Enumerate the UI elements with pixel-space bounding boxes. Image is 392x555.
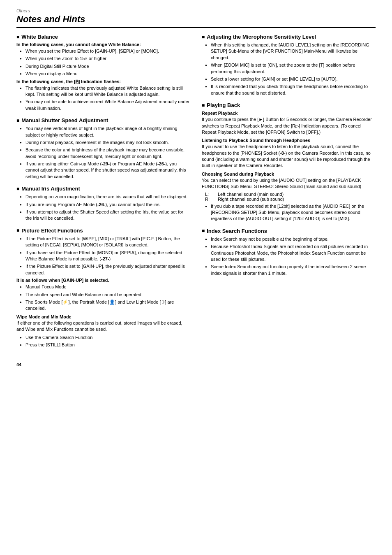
white-balance-bold-2: In the following cases, the [⎘] Indicati… bbox=[16, 79, 190, 84]
picture-effect-list-2: Manual Focus Mode The shutter speed and … bbox=[16, 284, 190, 312]
page-title: Notes and Hints bbox=[16, 14, 376, 28]
list-item: If you are using Program AE Mode (-26-),… bbox=[20, 202, 190, 208]
picture-effect-list-1: If the Picture Effect is set to [WIPE], … bbox=[16, 236, 190, 276]
choosing-sound-text: You can select the sound by using the [A… bbox=[202, 177, 376, 190]
channel-label-r: R: bbox=[205, 197, 218, 202]
list-item: You may see vertical lines of light in t… bbox=[20, 125, 190, 138]
list-item: It is recommended that you check through… bbox=[205, 84, 376, 96]
list-item: If the Picture Effect is set to [GAIN-UP… bbox=[20, 263, 190, 276]
left-column: White Balance In the following cases, yo… bbox=[16, 34, 190, 354]
list-item: When [ZOOM MIC] is set to [ON], set the … bbox=[205, 62, 376, 75]
microphone-list: When this setting is changed, the [AUDIO… bbox=[202, 42, 376, 96]
section-title-microphone: Adjusting the Microphone Sensitivity Lev… bbox=[202, 34, 376, 40]
right-column: Adjusting the Microphone Sensitivity Lev… bbox=[202, 34, 376, 354]
section-manual-iris: Manual Iris Adjustment Depending on zoom… bbox=[16, 186, 190, 222]
list-item: Because Photoshot Index Signals are not … bbox=[205, 244, 376, 262]
repeat-playback-text: If you continue to press the [►] Button … bbox=[202, 116, 376, 135]
list-item: If you attempt to adjust the Shutter Spe… bbox=[20, 209, 190, 222]
list-item: During normal playback, movement in the … bbox=[20, 139, 190, 146]
white-balance-bold-1: In the following cases, you cannot chang… bbox=[16, 42, 190, 47]
section-title-manual-iris: Manual Iris Adjustment bbox=[16, 186, 190, 192]
wipe-mode-text: If either one of the following operation… bbox=[16, 320, 190, 333]
playback-list: If you dub a tape recorded at the [12bit… bbox=[202, 203, 376, 222]
channel-label-l: L: bbox=[205, 192, 218, 197]
index-search-list: Index Search may not be possible at the … bbox=[202, 236, 376, 276]
section-index-search: Index Search Functions Index Search may … bbox=[202, 228, 376, 276]
gain-up-bold: It is as follows when [GAIN-UP] is selec… bbox=[16, 278, 190, 283]
list-item: Depending on zoom magnification, there a… bbox=[20, 194, 190, 200]
choosing-sound-title: Choosing Sound during Playback bbox=[202, 172, 376, 176]
white-balance-list-1: When you set the Picture Effect to [GAIN… bbox=[16, 48, 190, 77]
list-item: Press the [STILL] Button bbox=[20, 342, 190, 348]
manual-shutter-list: You may see vertical lines of light in t… bbox=[16, 125, 190, 180]
headphones-title: Listening to Playback Sound through Head… bbox=[202, 138, 376, 143]
wipe-mode-list: Use the Camera Search Function Press the… bbox=[16, 334, 190, 348]
manual-iris-list: Depending on zoom magnification, there a… bbox=[16, 194, 190, 222]
list-item: You may not be able to achieve correct W… bbox=[20, 99, 190, 111]
channel-value-l: Left channel sound (main sound) bbox=[218, 192, 284, 197]
list-item: Manual Focus Mode bbox=[20, 284, 190, 290]
table-row: R: Right channel sound (sub sound) bbox=[205, 197, 284, 202]
white-balance-list-2: The flashing indicates that the previous… bbox=[16, 85, 190, 112]
channel-table: L: Left channel sound (main sound) R: Ri… bbox=[205, 192, 284, 202]
page: Others Notes and Hints White Balance In … bbox=[0, 0, 392, 555]
list-item: If you dub a tape recorded at the [12bit… bbox=[205, 203, 376, 222]
list-item: Use the Camera Search Function bbox=[20, 334, 190, 341]
list-item: The shutter speed and White Balance cann… bbox=[20, 292, 190, 298]
list-item: The flashing indicates that the previous… bbox=[20, 85, 190, 98]
list-item: Because the color and brightness of the … bbox=[20, 147, 190, 160]
section-microphone: Adjusting the Microphone Sensitivity Lev… bbox=[202, 34, 376, 96]
section-playing-back: Playing Back Repeat Playback If you cont… bbox=[202, 102, 376, 222]
section-white-balance: White Balance In the following cases, yo… bbox=[16, 34, 190, 111]
list-item: During Digital Still Picture Mode bbox=[20, 63, 190, 70]
section-manual-shutter: Manual Shutter Speed Adjustment You may … bbox=[16, 117, 190, 180]
two-column-layout: White Balance In the following cases, yo… bbox=[16, 34, 376, 354]
section-title-playing-back: Playing Back bbox=[202, 102, 376, 108]
table-row: L: Left channel sound (main sound) bbox=[205, 192, 284, 197]
wipe-mode-title: Wipe Mode and Mix Mode bbox=[16, 314, 190, 319]
list-item: When you set the Zoom to 15× or higher bbox=[20, 56, 190, 62]
list-item: If you are using either Gain-up Mode (-2… bbox=[20, 161, 190, 180]
page-number: 44 bbox=[16, 362, 376, 367]
repeat-playback-title: Repeat Playback bbox=[202, 111, 376, 116]
section-title-white-balance: White Balance bbox=[16, 34, 190, 40]
list-item: When you display a Menu bbox=[20, 71, 190, 77]
list-item: Index Search may not be possible at the … bbox=[205, 236, 376, 242]
section-title-index-search: Index Search Functions bbox=[202, 228, 376, 234]
section-picture-effect: Picture Effect Functions If the Picture … bbox=[16, 228, 190, 348]
section-title-picture-effect: Picture Effect Functions bbox=[16, 228, 190, 234]
list-item: Select a lower setting for [GAIN] or set… bbox=[205, 76, 376, 82]
headphones-text: If you want to use the headphones to lis… bbox=[202, 144, 376, 169]
list-item: When you set the Picture Effect to [GAIN… bbox=[20, 48, 190, 54]
list-item: When this setting is changed, the [AUDIO… bbox=[205, 42, 376, 61]
breadcrumb: Others bbox=[16, 8, 376, 13]
section-title-manual-shutter: Manual Shutter Speed Adjustment bbox=[16, 117, 190, 123]
list-item: The Sports Mode [⚡], the Portrait Mode [… bbox=[20, 299, 190, 312]
channel-value-r: Right channel sound (sub sound) bbox=[218, 197, 284, 202]
list-item: If the Picture Effect is set to [WIPE], … bbox=[20, 236, 190, 248]
list-item: If you have set the Picture Effect to [M… bbox=[20, 250, 190, 262]
list-item: Scene Index Search may not function prop… bbox=[205, 264, 376, 276]
